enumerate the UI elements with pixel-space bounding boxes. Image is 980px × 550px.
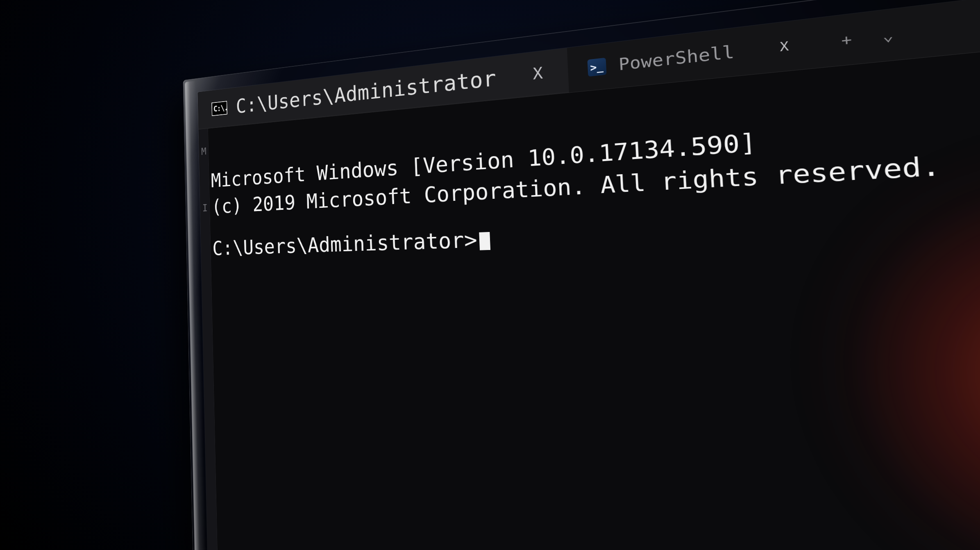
cmd-icon: C:\. [211,101,227,116]
terminal-window: C:\. C:\Users\Administrator X >_ PowerSh… [197,0,980,550]
tab-dropdown-button[interactable]: ⌄ [877,23,898,48]
tab-powershell-label: PowerShell [618,42,735,74]
powershell-icon: >_ [587,57,606,76]
close-tab-button[interactable]: X [527,62,549,85]
new-tab-button[interactable]: + [836,27,857,52]
close-tab-button[interactable]: X [772,36,796,57]
terminal-prompt: C:\Users\Administrator> [212,227,478,259]
cursor-icon [479,232,490,250]
screen-glare [702,1,980,550]
